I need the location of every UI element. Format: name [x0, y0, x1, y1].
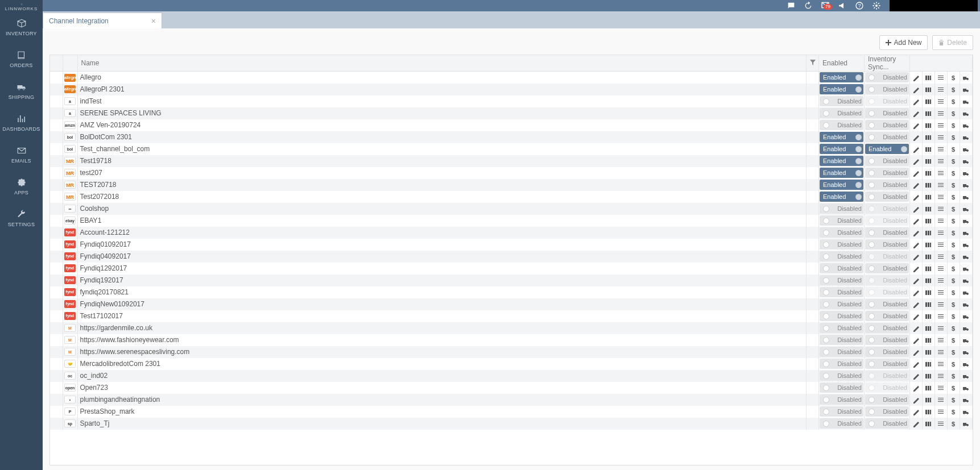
inventory-sync-toggle[interactable]: Disabled	[864, 191, 909, 203]
enabled-toggle[interactable]: Disabled	[818, 346, 864, 358]
table-row[interactable]: MR Test2072018 Enabled Disabled $	[50, 191, 973, 203]
close-icon[interactable]: ×	[151, 16, 156, 26]
action-cell[interactable]	[909, 72, 922, 84]
action-cell[interactable]	[934, 346, 947, 358]
action-cell[interactable]	[934, 334, 947, 346]
action-cell[interactable]	[922, 394, 934, 406]
inventory-sync-toggle[interactable]: Disabled	[864, 72, 909, 84]
action-cell[interactable]	[909, 263, 922, 274]
row-checkbox[interactable]	[50, 370, 63, 382]
table-row[interactable]: bol BolDotCom 2301 Enabled Disabled $	[50, 131, 973, 143]
action-cell[interactable]: $	[947, 215, 960, 227]
action-cell[interactable]: $	[947, 251, 960, 263]
action-cell[interactable]	[922, 346, 934, 358]
action-cell[interactable]	[960, 346, 972, 358]
table-row[interactable]: MR Test19718 Enabled Disabled $	[50, 155, 973, 167]
table-row[interactable]: open Open723 Disabled Disabled $	[50, 382, 973, 394]
action-cell[interactable]	[909, 227, 922, 239]
action-cell[interactable]: $	[947, 298, 960, 310]
table-row[interactable]: • plumbingandheatingnation Disabled Disa…	[50, 394, 973, 406]
enabled-toggle[interactable]: Disabled	[818, 263, 864, 274]
action-cell[interactable]: $	[947, 418, 960, 430]
row-checkbox[interactable]	[50, 227, 63, 239]
action-cell[interactable]	[922, 239, 934, 251]
inventory-sync-toggle[interactable]: Disabled	[864, 119, 909, 131]
action-cell[interactable]: $	[947, 107, 960, 119]
sidebar-item-inventory[interactable]: INVENTORY	[0, 11, 43, 43]
enabled-toggle[interactable]: Disabled	[818, 227, 864, 239]
action-cell[interactable]: $	[947, 274, 960, 286]
table-row[interactable]: allegro AllegroPl 2301 Enabled Disabled …	[50, 84, 973, 95]
enabled-toggle[interactable]: Disabled	[818, 298, 864, 310]
inventory-sync-toggle[interactable]: Disabled	[864, 84, 909, 95]
action-cell[interactable]	[960, 286, 972, 298]
action-cell[interactable]	[922, 143, 934, 155]
sidebar-item-orders[interactable]: ORDERS	[0, 43, 43, 75]
action-cell[interactable]	[934, 119, 947, 131]
inventory-sync-toggle[interactable]: Disabled	[864, 179, 909, 191]
action-cell[interactable]	[909, 107, 922, 119]
action-cell[interactable]	[934, 95, 947, 107]
row-checkbox[interactable]	[50, 406, 63, 418]
action-cell[interactable]: $	[947, 346, 960, 358]
action-cell[interactable]	[922, 274, 934, 286]
table-row[interactable]: oc oc_ind02 Disabled Disabled $	[50, 370, 973, 382]
row-checkbox[interactable]	[50, 84, 63, 95]
action-cell[interactable]	[934, 227, 947, 239]
table-row[interactable]: a SERENE SPACES LIVING Disabled Disabled…	[50, 107, 973, 119]
action-cell[interactable]	[960, 119, 972, 131]
action-cell[interactable]	[909, 84, 922, 95]
action-cell[interactable]	[934, 155, 947, 167]
inventory-sync-toggle[interactable]: Disabled	[864, 298, 909, 310]
action-cell[interactable]	[922, 334, 934, 346]
table-row[interactable]: fynd Account-121212 Disabled Disabled $	[50, 227, 973, 239]
action-cell[interactable]: $	[947, 191, 960, 203]
action-cell[interactable]	[909, 95, 922, 107]
enabled-toggle[interactable]: Disabled	[818, 334, 864, 346]
action-cell[interactable]	[922, 286, 934, 298]
action-cell[interactable]	[922, 167, 934, 179]
col-enabled[interactable]: Enabled	[818, 55, 864, 72]
row-checkbox[interactable]	[50, 239, 63, 251]
action-cell[interactable]: $	[947, 334, 960, 346]
row-checkbox[interactable]	[50, 251, 63, 263]
user-area[interactable]	[890, 0, 978, 11]
table-row[interactable]: allegro Allegro Enabled Disabled $	[50, 72, 973, 84]
row-checkbox[interactable]	[50, 322, 63, 334]
action-cell[interactable]: $	[947, 119, 960, 131]
table-row[interactable]: ∞ Coolshop Disabled Disabled $	[50, 203, 973, 215]
action-cell[interactable]: $	[947, 286, 960, 298]
action-cell[interactable]	[909, 215, 922, 227]
inventory-sync-toggle[interactable]: Disabled	[864, 406, 909, 418]
action-cell[interactable]	[922, 406, 934, 418]
action-cell[interactable]	[960, 72, 972, 84]
action-cell[interactable]	[922, 131, 934, 143]
inventory-sync-toggle[interactable]: Disabled	[864, 167, 909, 179]
action-cell[interactable]	[960, 298, 972, 310]
action-cell[interactable]	[909, 179, 922, 191]
action-cell[interactable]	[909, 155, 922, 167]
action-cell[interactable]	[960, 322, 972, 334]
action-cell[interactable]	[922, 95, 934, 107]
action-cell[interactable]	[960, 95, 972, 107]
row-checkbox[interactable]	[50, 274, 63, 286]
table-row[interactable]: a indTest Disabled Disabled $	[50, 95, 973, 107]
action-cell[interactable]	[960, 107, 972, 119]
row-checkbox[interactable]	[50, 263, 63, 274]
enabled-toggle[interactable]: Enabled	[818, 167, 864, 179]
enabled-toggle[interactable]: Disabled	[818, 394, 864, 406]
enabled-toggle[interactable]: Enabled	[818, 84, 864, 95]
inventory-sync-toggle[interactable]: Disabled	[864, 227, 909, 239]
col-name[interactable]: Name	[77, 55, 806, 72]
table-row[interactable]: M https://www.serenespacesliving.com Dis…	[50, 346, 973, 358]
table-row[interactable]: ebay EBAY1 Disabled Disabled $	[50, 215, 973, 227]
action-cell[interactable]	[960, 310, 972, 322]
action-cell[interactable]	[934, 179, 947, 191]
sidebar-item-dashboards[interactable]: DASHBOARDS	[0, 107, 43, 139]
action-cell[interactable]	[934, 406, 947, 418]
enabled-toggle[interactable]: Disabled	[818, 370, 864, 382]
action-cell[interactable]	[922, 358, 934, 370]
action-cell[interactable]	[909, 358, 922, 370]
row-checkbox[interactable]	[50, 131, 63, 143]
enabled-toggle[interactable]: Disabled	[818, 274, 864, 286]
